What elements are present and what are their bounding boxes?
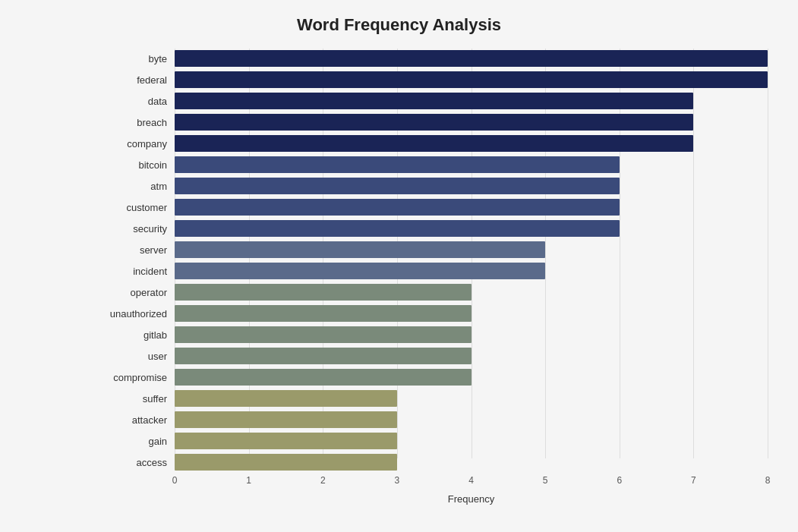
bar-fill bbox=[175, 390, 397, 407]
bar-fill bbox=[175, 411, 397, 428]
grid-line bbox=[768, 49, 768, 458]
bar-fill bbox=[175, 454, 397, 471]
bar-fill bbox=[175, 178, 620, 194]
x-axis-label: Frequency bbox=[175, 493, 768, 505]
bar-fill bbox=[175, 433, 397, 449]
bar-label: unauthorized bbox=[95, 308, 175, 320]
bar-label: suffer bbox=[95, 393, 175, 405]
chart-title: Word Frequency Analysis bbox=[30, 15, 768, 35]
bar-row: gitlab bbox=[175, 325, 768, 345]
bar-label: breach bbox=[95, 117, 175, 128]
bar-label: incident bbox=[95, 266, 175, 277]
bar-label: federal bbox=[95, 74, 175, 86]
bar-fill bbox=[175, 263, 545, 279]
bar-fill bbox=[175, 199, 620, 216]
bar-row: access bbox=[175, 452, 768, 472]
bar-label: security bbox=[95, 223, 175, 235]
bar-fill bbox=[175, 241, 545, 258]
bar-fill bbox=[175, 50, 768, 67]
bar-row: atm bbox=[175, 176, 768, 196]
x-tick: 2 bbox=[320, 475, 326, 486]
bar-row: gain bbox=[175, 431, 768, 451]
x-tick: 0 bbox=[172, 475, 178, 486]
bar-row: incident bbox=[175, 261, 768, 281]
x-tick: 7 bbox=[691, 475, 696, 486]
bar-label: gain bbox=[95, 436, 175, 447]
bar-label: user bbox=[95, 351, 175, 362]
bar-label: bitcoin bbox=[95, 159, 175, 171]
chart-container: Word Frequency Analysis bytefederaldatab… bbox=[0, 0, 798, 532]
x-tick: 4 bbox=[468, 475, 474, 486]
bar-row: customer bbox=[175, 197, 768, 217]
bar-label: operator bbox=[95, 287, 175, 298]
bar-row: company bbox=[175, 134, 768, 153]
bar-row: user bbox=[175, 346, 768, 366]
bar-label: byte bbox=[95, 53, 175, 65]
bar-label: customer bbox=[95, 202, 175, 213]
bar-row: operator bbox=[175, 282, 768, 302]
bar-fill bbox=[175, 156, 620, 173]
bar-row: federal bbox=[175, 70, 768, 90]
bar-row: security bbox=[175, 219, 768, 238]
bar-label: server bbox=[95, 244, 175, 256]
bar-fill bbox=[175, 284, 472, 301]
bar-fill bbox=[175, 114, 693, 131]
bar-label: company bbox=[95, 138, 175, 150]
bar-label: atm bbox=[95, 181, 175, 192]
bar-label: gitlab bbox=[95, 329, 175, 341]
bar-row: server bbox=[175, 240, 768, 260]
bar-fill bbox=[175, 305, 472, 322]
bar-row: data bbox=[175, 91, 768, 111]
bar-fill bbox=[175, 71, 768, 88]
bar-label: compromise bbox=[95, 372, 175, 383]
x-tick: 5 bbox=[543, 475, 548, 486]
bar-fill bbox=[175, 348, 472, 364]
bar-label: data bbox=[95, 96, 175, 107]
x-tick: 6 bbox=[617, 475, 622, 486]
x-tick: 3 bbox=[395, 475, 400, 486]
bar-row: compromise bbox=[175, 367, 768, 387]
bar-fill bbox=[175, 135, 693, 152]
bar-fill bbox=[175, 326, 472, 343]
bar-row: suffer bbox=[175, 389, 768, 408]
bar-fill bbox=[175, 220, 620, 237]
x-tick: 8 bbox=[765, 475, 771, 486]
bar-fill bbox=[175, 369, 472, 386]
x-tick: 1 bbox=[246, 475, 251, 486]
bar-row: bitcoin bbox=[175, 155, 768, 175]
bar-row: unauthorized bbox=[175, 304, 768, 323]
bar-label: access bbox=[95, 457, 175, 468]
bar-fill bbox=[175, 93, 693, 109]
bar-label: attacker bbox=[95, 414, 175, 426]
bar-row: byte bbox=[175, 49, 768, 68]
bar-row: attacker bbox=[175, 410, 768, 430]
bar-row: breach bbox=[175, 112, 768, 132]
